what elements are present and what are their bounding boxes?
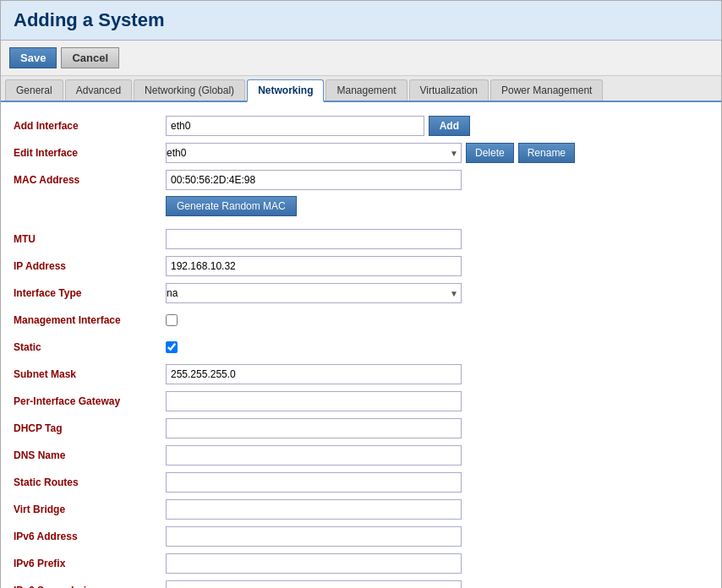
content-area: Add Interface Add Edit Interface eth0 ▼ …	[1, 102, 721, 588]
generate-mac-row: Generate Random MAC	[166, 196, 708, 216]
mac-address-control	[166, 170, 470, 190]
tab-networking[interactable]: Networking	[247, 79, 324, 102]
add-interface-button[interactable]: Add	[429, 116, 470, 136]
add-interface-label: Add Interface	[14, 120, 166, 132]
ip-address-control	[166, 256, 470, 276]
dhcp-tag-input[interactable]	[166, 418, 462, 438]
edit-interface-row: Edit Interface eth0 ▼ Delete Rename	[14, 142, 708, 164]
management-interface-control	[166, 314, 470, 326]
static-routes-control	[166, 472, 470, 493]
subnet-mask-row: Subnet Mask	[14, 363, 708, 385]
dns-name-label: DNS Name	[14, 449, 166, 461]
static-row: Static	[14, 336, 708, 358]
tab-management[interactable]: Management	[325, 79, 407, 101]
static-routes-row: Static Routes	[14, 471, 708, 493]
mtu-input[interactable]	[166, 229, 462, 249]
interface-type-select[interactable]: na bond bridge infiniband	[166, 283, 462, 303]
virt-bridge-label: Virt Bridge	[14, 504, 166, 515]
edit-interface-select[interactable]: eth0	[166, 143, 462, 163]
add-interface-input[interactable]	[166, 116, 424, 136]
interface-type-row: Interface Type na bond bridge infiniband…	[14, 282, 708, 304]
cancel-button[interactable]: Cancel	[61, 47, 119, 68]
delete-interface-button[interactable]: Delete	[466, 143, 514, 163]
ipv6-address-label: IPv6 Address	[14, 531, 166, 542]
per-interface-gateway-control	[166, 391, 470, 411]
ipv6-prefix-control	[166, 553, 470, 574]
dns-name-control	[166, 445, 470, 466]
ipv6-address-control	[166, 526, 470, 547]
per-interface-gateway-label: Per-Interface Gateway	[14, 395, 166, 407]
static-routes-label: Static Routes	[14, 476, 166, 488]
virt-bridge-input[interactable]	[166, 499, 462, 520]
tab-general[interactable]: General	[5, 79, 63, 101]
subnet-mask-control	[166, 364, 470, 384]
edit-interface-control: eth0 ▼ Delete Rename	[166, 143, 470, 163]
edit-interface-label: Edit Interface	[14, 147, 166, 159]
toolbar: Save Cancel	[1, 41, 721, 76]
tab-virtualization[interactable]: Virtualization	[409, 79, 489, 101]
mtu-label: MTU	[14, 233, 166, 245]
management-interface-row: Management Interface	[14, 309, 708, 331]
management-interface-label: Management Interface	[14, 314, 166, 326]
subnet-mask-input[interactable]	[166, 364, 462, 384]
generate-mac-button[interactable]: Generate Random MAC	[166, 196, 297, 216]
add-interface-control: Add	[166, 116, 470, 136]
mac-address-label: MAC Address	[14, 174, 166, 186]
ipv6-prefix-row: IPv6 Prefix	[14, 553, 708, 574]
dhcp-tag-label: DHCP Tag	[14, 422, 166, 434]
dns-name-row: DNS Name	[14, 444, 708, 466]
dhcp-tag-row: DHCP Tag	[14, 417, 708, 439]
dns-name-input[interactable]	[166, 445, 462, 466]
static-control	[166, 341, 470, 353]
mac-address-row: MAC Address	[14, 169, 708, 191]
ip-address-row: IP Address	[14, 255, 708, 277]
ipv6-secondaries-row: IPv6 Secondaries	[14, 580, 708, 588]
management-interface-checkbox[interactable]	[166, 314, 178, 326]
tab-advanced[interactable]: Advanced	[65, 79, 132, 101]
rename-interface-button[interactable]: Rename	[518, 143, 575, 163]
tab-networking-global[interactable]: Networking (Global)	[134, 79, 245, 101]
mtu-row: MTU	[14, 228, 708, 250]
edit-interface-select-wrapper: eth0 ▼	[166, 143, 462, 163]
ipv6-prefix-label: IPv6 Prefix	[14, 558, 166, 569]
interface-type-label: Interface Type	[14, 287, 166, 299]
ipv6-secondaries-label: IPv6 Secondaries	[14, 585, 166, 588]
virt-bridge-row: Virt Bridge	[14, 498, 708, 520]
ipv6-secondaries-control	[166, 580, 470, 588]
virt-bridge-control	[166, 499, 470, 520]
ipv6-address-input[interactable]	[166, 526, 462, 547]
interface-type-select-wrapper: na bond bridge infiniband ▼	[166, 283, 462, 303]
ip-address-input[interactable]	[166, 256, 462, 276]
static-checkbox[interactable]	[166, 341, 178, 353]
static-label: Static	[14, 341, 166, 353]
tab-power-management[interactable]: Power Management	[490, 79, 603, 101]
ipv6-prefix-input[interactable]	[166, 553, 462, 574]
per-interface-gateway-row: Per-Interface Gateway	[14, 390, 708, 412]
per-interface-gateway-input[interactable]	[166, 391, 462, 411]
ipv6-address-row: IPv6 Address	[14, 525, 708, 547]
static-routes-input[interactable]	[166, 472, 462, 493]
tabs-bar: General Advanced Networking (Global) Net…	[1, 76, 721, 102]
dhcp-tag-control	[166, 418, 470, 438]
interface-type-control: na bond bridge infiniband ▼	[166, 283, 470, 303]
spacer	[14, 221, 708, 228]
page-wrapper: Adding a System Save Cancel General Adva…	[0, 0, 722, 588]
mtu-control	[166, 229, 470, 249]
save-button[interactable]: Save	[9, 47, 57, 68]
add-interface-row: Add Interface Add	[14, 115, 708, 137]
ip-address-label: IP Address	[14, 260, 166, 272]
ipv6-secondaries-input[interactable]	[166, 580, 462, 588]
page-title: Adding a System	[1, 1, 721, 41]
mac-address-input[interactable]	[166, 170, 462, 190]
subnet-mask-label: Subnet Mask	[14, 368, 166, 380]
